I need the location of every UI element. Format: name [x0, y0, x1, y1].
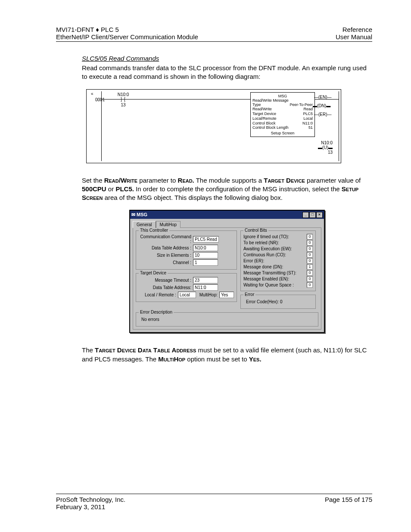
- paragraph-3: The Target Device Data Table Address mus…: [82, 346, 372, 364]
- maximize-button[interactable]: □: [309, 212, 316, 218]
- contact-tag: N10:0: [117, 92, 130, 97]
- msg-sub: Read/Write Message: [252, 98, 313, 103]
- rail-right: [339, 91, 339, 161]
- label-dta: Data Table Address :: [139, 246, 191, 250]
- tab-general[interactable]: General: [133, 221, 156, 228]
- header-product: MVI71-DFNT ♦ PLC 5: [56, 26, 198, 33]
- error-desc-text: No errors: [139, 315, 315, 324]
- legend-target-device: Target Device: [139, 271, 168, 275]
- legend-control-bits: Control Bits: [243, 228, 268, 233]
- legend-error: Error: [243, 292, 255, 297]
- paragraph-2: Set the Read/Write parameter to Read. Th…: [82, 176, 372, 202]
- out-tag: N10:0: [313, 140, 333, 145]
- bit-dn[interactable]: 1: [307, 264, 313, 270]
- cb-row: To be retried (NR):0: [243, 240, 313, 246]
- msg-row: Target DevicePLC5: [252, 112, 313, 116]
- fieldset-error-description: Error Description No errors: [136, 312, 318, 327]
- msg-row: TypePeer-To-Peer: [252, 103, 313, 107]
- content: SLC5/05 Read Commands Read commands tran…: [82, 55, 372, 364]
- rail-left: [101, 91, 102, 161]
- footer-page: Page 155 of 175: [325, 496, 372, 510]
- cb-row: Awaiting Execution (EW):0: [243, 246, 313, 252]
- msg-heading: MSG: [277, 94, 288, 98]
- cb-row: Message done (DN):1: [243, 264, 313, 270]
- dialog-body: This Controller Communication Command :P…: [133, 227, 321, 330]
- error-text: Error Code(Hex): 0: [243, 298, 313, 306]
- field-comm-cmd[interactable]: PLC5 Read: [193, 236, 219, 243]
- label-channel: Channel :: [139, 260, 191, 265]
- field-msg-timeout[interactable]: 23: [193, 277, 218, 283]
- tab-multihop[interactable]: MultiHop: [156, 221, 181, 228]
- footer-left: ProSoft Technology, Inc. February 3, 201…: [56, 496, 125, 510]
- contact-bit: 13: [117, 103, 130, 107]
- msg-dialog: ✉ MSG _□× GeneralMultiHop This Controlle…: [129, 210, 325, 333]
- legend-this-controller: This Controller: [139, 228, 169, 233]
- section-title: SLC5/05 Read Commands: [82, 55, 372, 62]
- cb-row: Message Transmitting (ST):0: [243, 270, 313, 276]
- page-footer: ProSoft Technology, Inc. February 3, 201…: [56, 494, 372, 510]
- header-right: Reference User Manual: [336, 26, 372, 40]
- label-local-remote: Local / Remote :: [139, 292, 176, 297]
- bit-queue[interactable]: 0: [307, 282, 313, 288]
- dialog-title: ✉ MSG: [131, 212, 147, 218]
- field-td-dta[interactable]: N11:0: [193, 284, 218, 291]
- label-multihop: MultiHop:: [199, 292, 218, 297]
- label-size: Size in Elements :: [139, 253, 191, 258]
- field-channel[interactable]: 1: [193, 259, 218, 266]
- dialog-titlebar: ✉ MSG _□×: [130, 211, 324, 219]
- header-section: Reference: [336, 26, 372, 33]
- header-doc: User Manual: [336, 33, 372, 40]
- ladder-diagram: « 0001 N10:0 ] [ 13 MSG Read/Write Messa…: [86, 89, 341, 163]
- bit-er[interactable]: 0: [307, 258, 313, 264]
- minimize-button[interactable]: _: [302, 212, 309, 218]
- bold-plc5: PLC5.: [115, 185, 134, 193]
- footer-company: ProSoft Technology, Inc.: [56, 496, 125, 503]
- msg-instruction-box: MSG Read/Write Message TypePeer-To-Peer …: [250, 92, 315, 137]
- sc-yes: Yes.: [249, 355, 262, 363]
- bit-co[interactable]: 0: [307, 252, 313, 258]
- dialog-left-column: This Controller Communication Command :P…: [136, 230, 237, 309]
- msg-row: Read/WriteRead: [252, 107, 313, 112]
- page: MVI71-DFNT ♦ PLC 5 EtherNet/IP Client/Se…: [0, 0, 411, 532]
- field-local-remote[interactable]: Local: [178, 292, 196, 298]
- msg-row: Control BlockN11:0: [252, 121, 313, 126]
- cb-row: Continuous Run (CO):0: [243, 252, 313, 258]
- window-controls: _□×: [302, 212, 323, 218]
- footer-date: February 3, 2011: [56, 503, 125, 510]
- close-button[interactable]: ×: [316, 212, 323, 218]
- sc-read: Read.: [178, 177, 194, 184]
- bit-to[interactable]: 0: [307, 234, 313, 240]
- field-size[interactable]: 10: [193, 252, 218, 258]
- page-header: MVI71-DFNT ♦ PLC 5 EtherNet/IP Client/Se…: [56, 26, 372, 42]
- flag-er: —(ER)—: [314, 112, 332, 117]
- label-td-dta: Data Table Address:: [139, 285, 191, 290]
- bit-nr[interactable]: 0: [307, 240, 313, 246]
- dialog-tabs: GeneralMultiHop: [130, 219, 324, 227]
- flag-en: —(EN)—: [314, 95, 332, 100]
- ladder-mark: «: [91, 91, 93, 96]
- out-symbol: ▬(U)▬: [313, 145, 333, 150]
- fieldset-this-controller: This Controller Communication Command :P…: [136, 230, 237, 270]
- field-multihop[interactable]: Yes: [219, 292, 234, 298]
- intro-paragraph: Read commands transfer data to the SLC p…: [82, 64, 372, 81]
- cb-row: Message Enabled (EN):0: [243, 276, 313, 282]
- bit-ew[interactable]: 0: [307, 246, 313, 252]
- output-coil: N10:0 ▬(U)▬ 13: [313, 140, 333, 155]
- header-left: MVI71-DFNT ♦ PLC 5 EtherNet/IP Client/Se…: [56, 26, 198, 40]
- contact-symbol: ] [: [117, 97, 130, 102]
- out-bit: 13: [313, 150, 333, 155]
- bit-st[interactable]: 0: [307, 270, 313, 276]
- cb-row: Error (ER):0: [243, 258, 313, 264]
- field-dta[interactable]: N10:0: [193, 245, 218, 251]
- sc-readwrite: Read/Write: [104, 177, 137, 184]
- msg-row: Local/RemoteLocal: [252, 116, 313, 121]
- fieldset-control-bits: Control Bits Ignore if timed out (TO):0 …: [240, 230, 316, 291]
- rung-number: 0001: [95, 97, 105, 102]
- msg-setup: Setup Screen: [252, 131, 313, 135]
- bit-en[interactable]: 0: [307, 276, 313, 282]
- bold-500cpu: 500CPU: [82, 185, 106, 193]
- dialog-right-column: Control Bits Ignore if timed out (TO):0 …: [240, 230, 316, 309]
- fieldset-error: Error Error Code(Hex): 0: [240, 295, 316, 309]
- cb-row: Waiting for Queue Space :0: [243, 282, 313, 288]
- flag-dn: ▬(DN)▬: [313, 103, 330, 108]
